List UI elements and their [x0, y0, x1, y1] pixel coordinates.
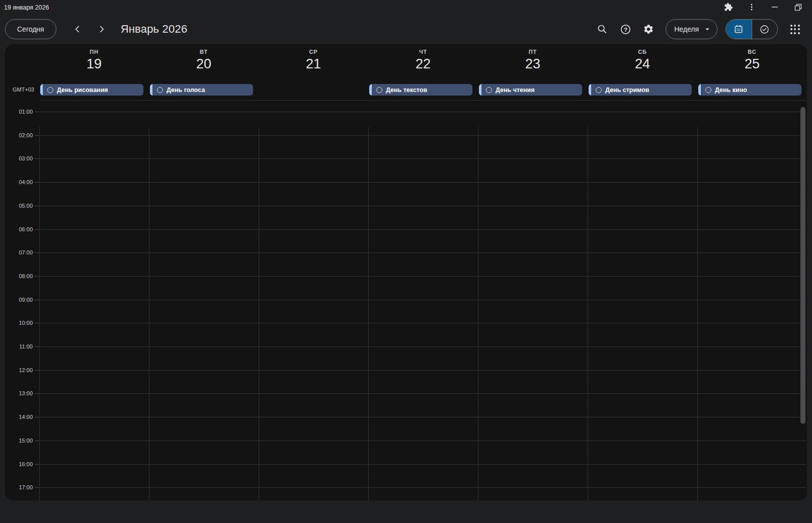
task-circle-icon — [486, 87, 492, 93]
hour-label: 12:00 — [5, 367, 33, 373]
day-header-sun: ВС25 — [697, 44, 807, 72]
day-number[interactable]: 22 — [368, 56, 478, 72]
window-title: 19 января 2026 — [4, 3, 49, 11]
hour-label: 13:00 — [5, 390, 33, 396]
weekday-label: СР — [259, 49, 368, 55]
all-day-event-chip[interactable]: День стримов — [589, 84, 692, 96]
day-header-fri: ПТ23 — [478, 44, 588, 72]
weekday-label: ВТ — [149, 49, 259, 55]
search-icon — [597, 24, 608, 35]
day-number[interactable]: 20 — [149, 56, 259, 72]
task-circle-icon — [47, 87, 53, 93]
window-titlebar: 19 января 2026 — [0, 0, 812, 14]
previous-week-button[interactable] — [67, 19, 88, 39]
vertical-scrollbar[interactable] — [800, 107, 805, 424]
hour-label: 11:00 — [5, 343, 33, 350]
weekday-label: ПТ — [478, 49, 588, 55]
all-day-event-chip[interactable]: День кино — [698, 84, 801, 96]
hour-label: 16:00 — [5, 461, 33, 467]
calendar-tasks-toggle — [725, 19, 778, 39]
google-apps-button[interactable] — [785, 19, 805, 39]
hour-label: 09:00 — [5, 297, 33, 303]
grid-vline — [368, 127, 369, 500]
hour-label: 05:00 — [5, 203, 33, 209]
weekday-label: ПН — [39, 49, 149, 55]
event-color-stripe — [369, 84, 372, 96]
next-week-button[interactable] — [92, 19, 112, 39]
hour-label: 02:00 — [5, 132, 33, 138]
chevron-left-icon — [72, 24, 83, 34]
task-circle-icon — [157, 87, 163, 93]
hour-label: 01:00 — [5, 109, 33, 115]
weekday-label: СБ — [588, 49, 697, 55]
tasks-view-toggle[interactable] — [752, 20, 778, 39]
settings-button[interactable] — [638, 19, 659, 39]
view-selector-label: Неделя — [674, 25, 699, 33]
day-header-thu: ЧТ22 — [368, 44, 478, 72]
help-icon: ? — [620, 24, 631, 35]
hour-label: 07:00 — [5, 249, 33, 255]
help-button[interactable]: ? — [615, 19, 635, 39]
day-header-tue: ВТ20 — [149, 44, 259, 72]
day-number[interactable]: 19 — [39, 56, 149, 72]
hour-label: 15:00 — [5, 438, 33, 444]
day-number[interactable]: 25 — [697, 56, 807, 72]
weekday-label: ЧТ — [368, 49, 478, 55]
task-circle-icon — [376, 87, 382, 93]
event-color-stripe — [589, 84, 591, 96]
event-title: День рисования — [57, 86, 108, 94]
hour-label: 10:00 — [5, 320, 33, 326]
view-selector-dropdown[interactable]: Неделя — [666, 19, 717, 39]
minimize-icon[interactable] — [770, 2, 780, 12]
task-circle-icon — [596, 87, 602, 93]
day-header-sat: СБ24 — [588, 44, 697, 72]
gear-icon — [643, 24, 654, 35]
all-day-event-chip[interactable]: День голоса — [150, 84, 253, 96]
event-title: День кино — [715, 86, 747, 94]
chevron-down-icon — [703, 25, 712, 34]
hour-label: 03:00 — [5, 155, 33, 161]
event-color-stripe — [479, 84, 481, 96]
hour-label: 14:00 — [5, 414, 33, 420]
event-title: День текстов — [386, 86, 427, 94]
event-color-stripe — [150, 84, 152, 96]
grid-vline — [149, 127, 149, 500]
check-circle-icon — [759, 24, 770, 35]
event-title: День стримов — [605, 86, 649, 94]
extensions-puzzle-icon[interactable] — [723, 2, 734, 12]
day-number[interactable]: 24 — [588, 56, 697, 72]
all-day-event-chip[interactable]: День рисования — [40, 84, 143, 96]
day-header-mon: ПН19 — [39, 44, 149, 72]
task-circle-icon — [705, 87, 711, 93]
all-day-event-chip[interactable]: День чтения — [479, 84, 582, 96]
restore-window-icon[interactable] — [793, 2, 803, 12]
calendar-view-toggle[interactable] — [726, 20, 752, 39]
grid-vline — [39, 127, 40, 500]
event-color-stripe — [698, 84, 701, 96]
event-title: День голоса — [167, 86, 205, 94]
grid-vline — [697, 127, 698, 500]
event-title: День чтения — [496, 86, 535, 94]
hour-label: 06:00 — [5, 226, 33, 232]
search-button[interactable] — [592, 19, 612, 39]
hour-label: 17:00 — [5, 484, 33, 490]
weekday-label: ВС — [697, 49, 807, 55]
hour-label: 04:00 — [5, 179, 33, 185]
calendar-icon — [734, 24, 744, 34]
grid-vline — [478, 127, 478, 500]
svg-text:?: ? — [624, 26, 627, 32]
month-title: Январь 2026 — [121, 23, 188, 36]
grid-vline — [588, 127, 588, 500]
day-number[interactable]: 21 — [259, 56, 368, 72]
browser-menu-kebab-icon[interactable] — [747, 2, 757, 12]
chevron-right-icon — [97, 24, 107, 34]
event-color-stripe — [40, 84, 43, 96]
today-button[interactable]: Сегодня — [5, 19, 56, 39]
apps-grid-icon — [790, 25, 800, 34]
hour-label: 08:00 — [5, 273, 33, 279]
day-number[interactable]: 23 — [478, 56, 588, 72]
all-day-event-chip[interactable]: День текстов — [369, 84, 472, 96]
timezone-label: GMT+03 — [5, 86, 34, 93]
day-header-wed: СР21 — [259, 44, 368, 72]
app-header: Сегодня Январь 2026 ? Неделя — [0, 14, 812, 44]
